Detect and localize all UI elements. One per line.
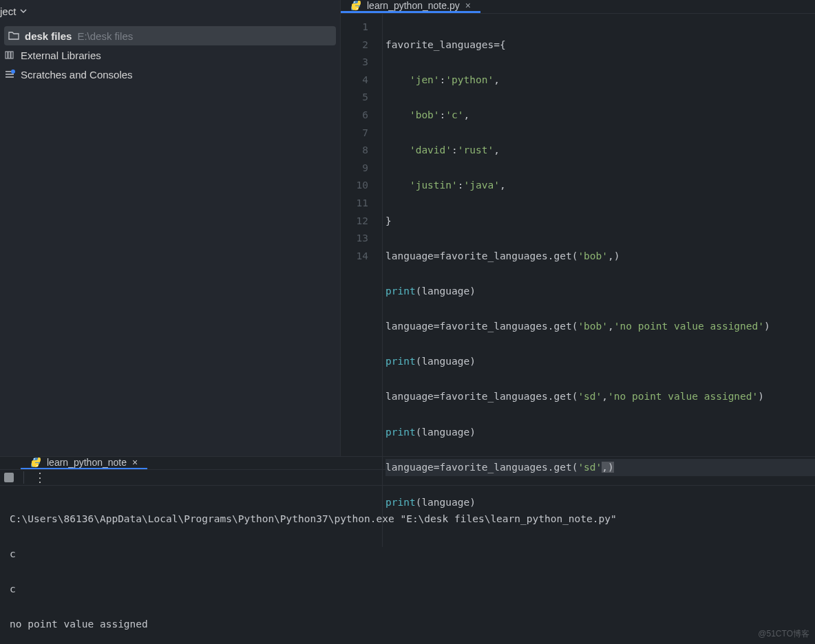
code-line: print(language) bbox=[385, 424, 815, 442]
tree-label: desk files bbox=[25, 30, 72, 42]
editor-tab-label: learn_python_note.py bbox=[367, 0, 460, 11]
line-number: 1 bbox=[341, 19, 368, 36]
tree-path: E:\desk files bbox=[77, 30, 133, 42]
chevron-down-icon[interactable] bbox=[20, 6, 27, 17]
code-line: } bbox=[385, 213, 815, 230]
editor-pane: learn_python_note.py × 1 2 3 4 5 6 7 8 9… bbox=[341, 0, 815, 456]
line-number: 8 bbox=[341, 142, 368, 160]
svg-point-7 bbox=[36, 465, 38, 466]
svg-point-4 bbox=[354, 1, 355, 3]
code-editor[interactable]: 1 2 3 4 5 6 7 8 9 10 11 12 13 14 favorit… bbox=[341, 14, 815, 547]
line-number: 12 bbox=[341, 213, 368, 230]
code-line: print(language) bbox=[385, 494, 815, 512]
svg-point-6 bbox=[34, 458, 35, 460]
code-line: 'bob':'c', bbox=[385, 107, 815, 125]
folder-icon bbox=[8, 30, 19, 41]
scratch-icon bbox=[4, 69, 15, 80]
code-line: print(language) bbox=[385, 353, 815, 371]
run-tab[interactable]: learn_python_note × bbox=[21, 457, 147, 469]
console-line: c bbox=[10, 546, 805, 564]
tree-label: Scratches and Consoles bbox=[21, 69, 133, 80]
stop-icon[interactable] bbox=[4, 473, 14, 482]
svg-point-3 bbox=[11, 69, 15, 74]
code-line: print(language) bbox=[385, 283, 815, 301]
line-number: 5 bbox=[341, 89, 368, 107]
line-number: 4 bbox=[341, 72, 368, 89]
code-line: 'justin':'java', bbox=[385, 177, 815, 195]
line-number: 11 bbox=[341, 195, 368, 213]
python-file-icon bbox=[350, 0, 361, 11]
line-number: 3 bbox=[341, 54, 368, 72]
editor-tab[interactable]: learn_python_note.py × bbox=[341, 0, 480, 13]
svg-rect-1 bbox=[8, 52, 10, 58]
code-line: language=favorite_languages.get('sd',) bbox=[385, 459, 815, 477]
code-line: 'jen':'python', bbox=[385, 72, 815, 89]
tree-item-desk-files[interactable]: desk files E:\desk files bbox=[4, 26, 336, 45]
watermark: @51CTO博客 bbox=[758, 628, 809, 640]
project-label: ject bbox=[0, 6, 16, 17]
library-icon bbox=[4, 50, 15, 61]
editor-tab-bar: learn_python_note.py × bbox=[341, 0, 815, 14]
line-number: 2 bbox=[341, 36, 368, 54]
code-line: language=favorite_languages.get('bob','n… bbox=[385, 318, 815, 336]
run-tab-label: learn_python_note bbox=[47, 457, 127, 468]
line-number: 6 bbox=[341, 107, 368, 125]
python-file-icon bbox=[30, 457, 41, 468]
code-line: language=favorite_languages.get('bob',) bbox=[385, 248, 815, 266]
close-icon[interactable]: × bbox=[465, 0, 471, 11]
console-line: c bbox=[10, 581, 805, 599]
code-line: language=favorite_languages.get('sd','no… bbox=[385, 388, 815, 406]
project-tree: desk files E:\desk files External Librar… bbox=[0, 22, 340, 84]
svg-rect-0 bbox=[6, 52, 8, 58]
line-number: 7 bbox=[341, 125, 368, 142]
separator bbox=[23, 471, 24, 484]
more-icon[interactable]: ⋮ bbox=[34, 470, 47, 485]
tree-label: External Libraries bbox=[21, 50, 101, 61]
line-number: 14 bbox=[341, 248, 368, 266]
tree-item-external-libraries[interactable]: External Libraries bbox=[0, 45, 340, 65]
close-icon[interactable]: × bbox=[132, 457, 138, 468]
svg-rect-2 bbox=[11, 52, 13, 58]
svg-point-5 bbox=[357, 8, 358, 10]
code-area[interactable]: favorite_languages={ 'jen':'python', 'bo… bbox=[382, 14, 815, 547]
console-line: no point value assigned bbox=[10, 616, 805, 634]
project-sidebar: ject desk files E:\desk files External L… bbox=[0, 0, 341, 456]
line-number: 10 bbox=[341, 177, 368, 195]
project-header[interactable]: ject bbox=[0, 0, 340, 22]
line-number: 13 bbox=[341, 230, 368, 248]
code-line: favorite_languages={ bbox=[385, 36, 815, 54]
tree-item-scratches[interactable]: Scratches and Consoles bbox=[0, 65, 340, 84]
line-number: 9 bbox=[341, 160, 368, 178]
code-line: 'david':'rust', bbox=[385, 142, 815, 160]
